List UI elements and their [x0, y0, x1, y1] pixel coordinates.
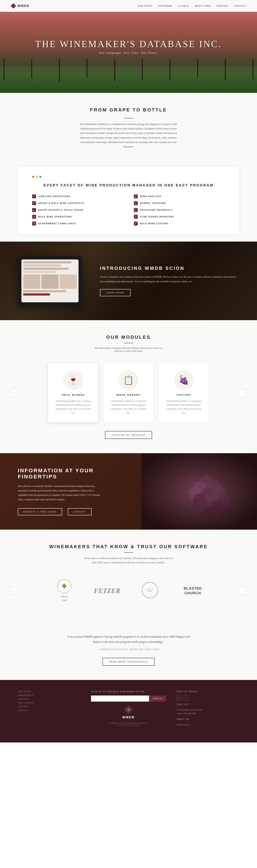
testimonial-author: - Kimberlee Nichols, Markham Vineyards: [66, 648, 191, 651]
newsletter-input[interactable]: [91, 695, 149, 702]
info-content: INFORMATION AT YOUR FINGERTIPS Our softw…: [18, 467, 118, 516]
linkedin-icon[interactable]: in: [177, 695, 182, 701]
stay-in-touch-heading: STAY IN TOUCH: [177, 691, 239, 693]
carousel-prev-arrow[interactable]: ‹: [11, 389, 18, 396]
logo[interactable]: WMDB: [11, 3, 29, 8]
footer-logo-name: WMDB: [91, 715, 166, 719]
check-icon-8: [134, 208, 138, 212]
nav-contact[interactable]: CONTACT: [234, 5, 246, 7]
footer-link-our-story[interactable]: OUR STORY: [18, 691, 80, 693]
scion-learn-more-button[interactable]: LEARN MORE: [100, 289, 130, 296]
silver-oak-content: 🌳 SilverOak: [57, 579, 71, 602]
module-title-trial-blends: TRIAL BLENDS: [54, 394, 93, 396]
navigation: WMDB OUR STORY SOFTWARE CLIENTS WHAT'S N…: [0, 0, 257, 12]
clients-track: 🌳 SilverOak FETZER STAG'SLEAP: [22, 576, 235, 606]
tablet-row-2: [23, 265, 61, 267]
tablet-panel-3: [60, 275, 77, 289]
nav-support[interactable]: SUPPORT: [217, 5, 229, 7]
grape-decoration: [171, 455, 243, 527]
module-desc-costing: Trial blending enables you to simulate b…: [164, 399, 203, 415]
module-icon-work-orders: 📋: [123, 375, 134, 385]
feature-item-8: PACKAGING MATERIALS: [134, 208, 225, 212]
footer-link-our-clients[interactable]: OUR CLIENTS: [18, 702, 80, 704]
newsletter-submit-button[interactable]: SIGN UP: [149, 695, 166, 702]
tablet-panel-1: [23, 275, 40, 289]
grape-to-bottle-body: The Winemaker's Database is a comprehens…: [78, 122, 179, 149]
footer-link-services[interactable]: SERVICES: [18, 698, 80, 700]
modules-heading: OUR MODULES: [11, 335, 246, 340]
feature-item-3: GRAPE RECEIPT & SCALE HOUSE: [32, 208, 123, 212]
nav-our-story[interactable]: OUR STORY: [138, 5, 153, 7]
sales-phone: Sales & Billing: (608) 688-1919: [177, 708, 239, 712]
footer-link-advantages[interactable]: ADVANTAGES: [18, 694, 80, 696]
clients-next-arrow[interactable]: ›: [239, 587, 246, 594]
clients-main-section: WINEMAKERS THAT KNOW & TRUST OUR SOFTWAR…: [0, 530, 257, 620]
client-logo-stags-leap: STAG'SLEAP: [132, 579, 168, 603]
tablet-row-5: [23, 290, 66, 292]
tablet-panel-2: [41, 275, 59, 289]
facebook-icon[interactable]: f: [184, 695, 189, 701]
clients-subtitle: We provide cost effective software for w…: [84, 556, 173, 565]
feature-label-1: VINEYARD OPERATIONS: [38, 195, 70, 198]
hero-content: THE WINEMAKER'S DATABASE INC. Any Langua…: [35, 39, 222, 54]
blasted-church-label: BLASTEDCHURCH: [184, 586, 202, 595]
silver-oak-label: SilverOak: [57, 595, 71, 602]
footer-logo-center: ◇ WMDB: [91, 705, 166, 719]
tablet-frame: [18, 256, 82, 306]
explore-all-modules-button[interactable]: EXPLORE ALL MODULES: [105, 431, 152, 439]
check-icon-2: [32, 201, 36, 205]
modules-track: 🍷 TRIAL BLENDS Trial blending enables yo…: [22, 363, 235, 422]
footer-link-support[interactable]: SUPPORT: [18, 706, 80, 708]
clients-prev-arrow[interactable]: ‹: [11, 587, 18, 594]
info-heading: INFORMATION AT YOUR FINGERTIPS: [18, 467, 107, 479]
demo-request-button[interactable]: REQUEST A FREE DEMO: [18, 508, 62, 515]
footer-link-contact[interactable]: CONTACT: [18, 709, 80, 711]
features-card: EVERY FACET OF WINE PRODUCTION MANAGED I…: [18, 167, 239, 235]
module-desc-work-orders: Trial blending enables you to simulate b…: [109, 399, 148, 415]
module-icon-trial-blends-wrap: 🍷: [63, 370, 83, 390]
module-icon-work-orders-wrap: 📋: [119, 370, 138, 390]
testimonial-quote: "I am a proud WMDB supporter having used…: [66, 634, 191, 645]
info-buttons: REQUEST A FREE DEMO CONTACT: [18, 508, 118, 515]
footer-top: OUR STORY ADVANTAGES SERVICES OUR CLIENT…: [18, 691, 239, 726]
nav-whats-new[interactable]: WHAT'S NEW: [195, 5, 211, 7]
features-grid: VINEYARD OPERATIONS WINE ANALYSIS GRAPE …: [32, 194, 225, 225]
footer-nav: OUR STORY ADVANTAGES SERVICES OUR CLIENT…: [18, 691, 80, 726]
info-section: INFORMATION AT YOUR FINGERTIPS Our softw…: [0, 453, 257, 530]
divider: [124, 118, 133, 118]
nav-clients[interactable]: CLIENTS: [178, 5, 189, 7]
feature-item-6: WINE ANALYSIS: [134, 194, 225, 198]
vineyard-posts: [0, 59, 257, 82]
footer-newsletter: SIGN UP TO RECIEVE OUR NEWSLETTER SIGN U…: [91, 691, 166, 726]
modules-section: OUR MODULES The Winemaker's Database Add…: [0, 320, 257, 453]
features-card-wrap: EVERY FACET OF WINE PRODUCTION MANAGED I…: [0, 160, 257, 242]
feature-item-1: VINEYARD OPERATIONS: [32, 194, 123, 198]
email-link[interactable]: emily@wmdb.ca: [177, 723, 239, 726]
grape-to-bottle-section: FROM GRAPE TO BOTTLE The Winemaker's Dat…: [0, 93, 257, 160]
read-more-testimonials-button[interactable]: READ MORE TESTIMONIALS: [102, 658, 155, 666]
info-body: Our software is extremely flexible, with…: [18, 484, 103, 502]
feature-label-10: BULK WINE COSTING: [140, 222, 168, 225]
nav-links: OUR STORY SOFTWARE CLIENTS WHAT'S NEW SU…: [138, 5, 246, 7]
testimonial-section: "I am a proud WMDB supporter having used…: [0, 620, 257, 680]
feature-label-8: PACKAGING MATERIALS: [140, 209, 172, 211]
module-icon-costing: 🍇: [179, 375, 189, 385]
stags-leap-inner: STAG'SLEAP: [147, 588, 154, 592]
hero-section: THE WINEMAKER'S DATABASE INC. Any Langua…: [0, 0, 257, 93]
support-phone: Support: (831) 462-4200: [177, 712, 239, 715]
nav-software[interactable]: SOFTWARE: [159, 5, 172, 7]
check-icon-5: [32, 222, 36, 225]
module-icon-trial-blends: 🍷: [68, 375, 78, 385]
module-title-costing: COSTING: [164, 394, 203, 396]
modules-carousel: ‹ 🍷 TRIAL BLENDS Trial blending enables …: [11, 363, 246, 422]
stags-leap-text: STAG'SLEAP: [147, 588, 154, 592]
feature-item-7: BARREL TRACKING: [134, 201, 225, 205]
carousel-next-arrow[interactable]: ›: [239, 389, 246, 396]
window-dots: [32, 176, 225, 178]
info-contact-button[interactable]: CONTACT: [68, 508, 92, 515]
feature-label-7: BARREL TRACKING: [140, 202, 166, 205]
check-icon-7: [134, 201, 138, 205]
check-icon-1: [32, 194, 36, 198]
check-icon-3: [32, 208, 36, 212]
vineyard-wire-2: [0, 71, 257, 71]
